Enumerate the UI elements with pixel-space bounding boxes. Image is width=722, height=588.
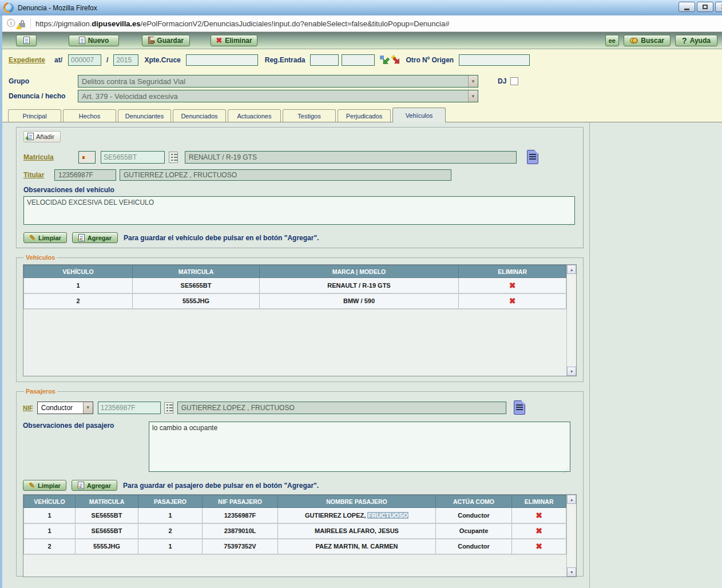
app-toolbar: Nuevo Guardar ✖ Eliminar ee Buscar ? Ayu…	[2, 32, 722, 49]
pasajeros-table: VEHÍCULO MATRICULA PASAJERO NIF PASAJERO…	[23, 495, 566, 555]
lock-warning-icon[interactable]	[18, 19, 26, 28]
transfer-out-icon[interactable]	[391, 55, 402, 66]
otro-origen-input[interactable]	[459, 54, 530, 66]
pasajeros-fieldset: Pasajeros NIF Conductor ▼ GUTIERREZ LOPE…	[16, 388, 584, 577]
chevron-down-icon[interactable]: ▼	[83, 402, 93, 414]
tab-bar: Principal Hechos Denunciantes Denunciado…	[2, 106, 722, 122]
anio-input[interactable]	[113, 54, 138, 66]
matricula-input[interactable]	[101, 151, 165, 164]
delete-row-icon[interactable]: ✖	[535, 526, 542, 535]
buscar-button[interactable]: Buscar	[624, 35, 671, 46]
window-title: Denuncia - Mozilla Firefox	[18, 4, 97, 12]
vehiculos-table: VEHÍCULO MATRICULA MARCA | MODELO ELIMIN…	[23, 265, 566, 309]
save-floppy-icon	[148, 37, 154, 44]
nuevo-button[interactable]: Nuevo	[69, 35, 119, 46]
tab-testigos[interactable]: Testigos	[283, 109, 336, 122]
delete-row-icon[interactable]: ✖	[535, 542, 542, 551]
tab-perjudicados[interactable]: Perjudicados	[338, 109, 391, 122]
url-separator	[30, 18, 31, 29]
add-document-icon	[27, 133, 34, 141]
scroll-up-icon[interactable]: ▲	[567, 265, 576, 274]
reg-entrada-input-2[interactable]	[342, 54, 375, 66]
tab-principal[interactable]: Principal	[8, 109, 61, 122]
pencil-icon: ✎	[29, 482, 35, 489]
url-bar[interactable]: ⓘ https://pigmalion.dipusevilla.es/ePolF…	[2, 15, 722, 32]
expediente-link[interactable]: Expediente	[9, 56, 45, 64]
denuncia-hecho-select[interactable]: Art. 379 - Velocidad excesiva ▼	[78, 90, 478, 102]
listado-button[interactable]	[16, 35, 37, 46]
ee-button[interactable]: ee	[605, 35, 619, 46]
num-expediente-input[interactable]	[68, 54, 101, 66]
chevron-down-icon[interactable]: ▼	[468, 76, 478, 87]
nif-lookup-button[interactable]	[164, 402, 173, 414]
form-header: Expediente at/ / Xpte.Cruce Reg.Entrada …	[2, 49, 722, 122]
scroll-down-icon[interactable]: ▼	[567, 367, 576, 376]
reg-entrada-input-1[interactable]	[310, 54, 339, 66]
table-row[interactable]: 1 SE5655BT 2 23879010L MAIRELES ALFARO, …	[24, 523, 566, 539]
pasajero-datos-icon[interactable]	[514, 400, 525, 415]
table-row[interactable]: 1 SE5655BT 1 12356987F GUTIERREZ LOPEZ, …	[24, 508, 566, 523]
maximize-icon	[703, 5, 708, 9]
delete-row-icon[interactable]: ✖	[535, 511, 542, 520]
site-info-icon[interactable]: ⓘ	[7, 18, 15, 29]
matricula-link[interactable]: Matrícula	[23, 153, 78, 161]
url-text[interactable]: https://pigmalion.dipusevilla.es/ePolFor…	[35, 19, 449, 28]
chevron-down-icon[interactable]: ▼	[468, 90, 478, 102]
transfer-in-icon[interactable]	[379, 55, 391, 66]
agregar-vehiculo-button[interactable]: Agregar	[72, 232, 118, 243]
table-row[interactable]: 1 SE5655BT RENAULT / R-19 GTS ✖	[24, 278, 566, 293]
spain-flag-button[interactable]	[78, 151, 96, 164]
list-document-icon	[23, 37, 30, 44]
nota-vehiculo: Para guardar el vehículo debe pulsar en …	[124, 234, 319, 242]
delete-row-icon[interactable]: ✖	[509, 296, 516, 305]
table-header-row: VEHÍCULO MATRICULA MARCA | MODELO ELIMIN…	[24, 265, 566, 278]
rol-select[interactable]: Conductor ▼	[37, 402, 93, 414]
scroll-up-icon[interactable]: ▲	[567, 495, 576, 504]
maximize-button[interactable]	[697, 2, 713, 12]
minimize-button[interactable]	[679, 2, 695, 12]
grupo-value: Delitos contra la Seguridad Vial	[78, 77, 468, 86]
scroll-down-icon[interactable]: ▼	[567, 567, 576, 577]
table-row[interactable]: 2 5555JHG 1 75397352V PAEZ MARTIN, M. CA…	[24, 539, 566, 554]
col-matricula: MATRICULA	[133, 265, 260, 278]
tab-denunciantes[interactable]: Denunciantes	[118, 109, 171, 122]
minimize-icon	[684, 9, 689, 10]
pasajeros-scrollbar[interactable]: ▲ ▼	[566, 495, 576, 577]
xpte-cruce-input[interactable]	[186, 54, 258, 66]
agregar-pasajero-button[interactable]: Agregar	[72, 480, 117, 491]
vehiculo-datos-icon[interactable]	[527, 150, 538, 164]
observaciones-pasajero-label: Observaciones del pasajero	[23, 422, 149, 430]
vehiculos-scrollbar[interactable]: ▲ ▼	[566, 265, 576, 376]
tab-actuaciones[interactable]: Actuaciones	[228, 109, 281, 122]
vehiculo-form-box: Añadir Matrícula RENAULT / R-19 GTS Titu…	[16, 127, 584, 248]
browser-window: Denuncia - Mozilla Firefox ✕ ⓘ https://p…	[0, 0, 722, 588]
nif-link[interactable]: NIF	[23, 404, 33, 411]
arrow-document-icon	[78, 482, 84, 489]
nif-pasajero-input[interactable]	[98, 402, 161, 414]
matricula-lookup-button[interactable]	[169, 152, 178, 163]
delete-row-icon[interactable]: ✖	[509, 281, 516, 290]
tab-denunciados[interactable]: Denunciados	[173, 109, 226, 122]
observaciones-pasajero-textarea[interactable]: lo cambio a ocupante	[149, 422, 570, 472]
panel-edge	[589, 122, 590, 588]
table-row[interactable]: 2 5555JHG BMW / 590 ✖	[24, 293, 566, 309]
titular-link[interactable]: Titular	[23, 171, 54, 179]
close-button[interactable]: ✕	[715, 2, 722, 12]
grupo-select[interactable]: Delitos contra la Seguridad Vial ▼	[78, 75, 478, 88]
vehiculos-fieldset: Vehículos VEHÍCULO MATRICULA MARCA | MOD…	[16, 254, 584, 382]
marca-modelo-field: RENAULT / R-19 GTS	[185, 151, 517, 164]
titular-nombre-field: GUTIERREZ LOPEZ , FRUCTUOSO	[120, 169, 451, 181]
limpiar-pasajero-button[interactable]: ✎ Limpiar	[23, 480, 66, 491]
dj-checkbox[interactable]	[510, 77, 518, 85]
pencil-icon: ✎	[29, 234, 35, 241]
observaciones-vehiculo-textarea[interactable]: VELOCIDAD EXCESIVA DEL VEHICULO	[23, 196, 575, 225]
ayuda-button[interactable]: ? Ayuda	[675, 35, 717, 46]
pasajeros-legend: Pasajeros	[24, 388, 57, 395]
tab-hechos[interactable]: Hechos	[63, 109, 116, 122]
limpiar-vehiculo-button[interactable]: ✎ Limpiar	[23, 232, 67, 243]
delete-x-icon: ✖	[216, 37, 222, 44]
eliminar-button[interactable]: ✖ Eliminar	[211, 35, 257, 46]
anadir-button[interactable]: Añadir	[23, 131, 61, 142]
guardar-button[interactable]: Guardar	[142, 35, 190, 46]
tab-vehiculos[interactable]: Vehículos	[392, 108, 446, 122]
